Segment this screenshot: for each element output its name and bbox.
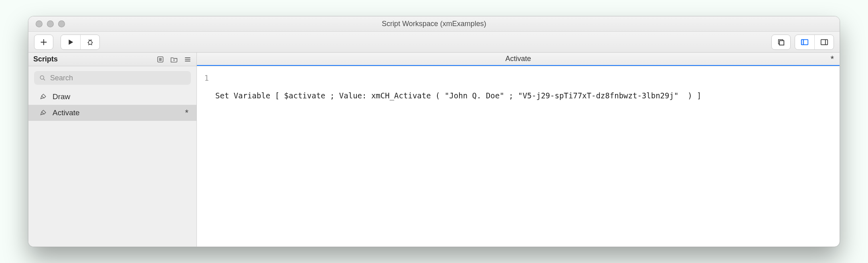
toolbar: [28, 32, 840, 53]
scripts-panel-header: Scripts: [28, 53, 197, 66]
search-input[interactable]: Search: [34, 71, 191, 85]
view-options-button[interactable]: [184, 55, 192, 63]
editor-tab-header[interactable]: Activate *: [197, 53, 840, 66]
body: Search Draw Activate *: [28, 66, 840, 247]
plus-icon: [39, 38, 48, 47]
line-number-gutter: 1: [197, 66, 213, 247]
search-placeholder: Search: [50, 74, 73, 82]
script-icon: [40, 93, 48, 101]
svg-point-0: [88, 41, 92, 44]
code-area[interactable]: Set Variable [ $activate ; Value: xmCH_A…: [213, 66, 840, 247]
right-pane-toggle[interactable]: [814, 35, 834, 49]
run-debug-button-group: [61, 35, 100, 50]
layout-toggle-group: [795, 35, 834, 50]
modified-indicator: *: [185, 108, 188, 118]
scripts-sidebar: Search Draw Activate *: [28, 66, 197, 247]
svg-rect-2: [779, 41, 784, 45]
new-folder-icon: [170, 55, 178, 63]
script-menu-management-button[interactable]: [156, 55, 164, 63]
new-folder-button[interactable]: [170, 55, 178, 63]
list-item[interactable]: Draw: [28, 89, 196, 105]
script-workspace-window: Script Workspace (xmExamples): [28, 16, 840, 247]
script-icon: [40, 109, 48, 117]
script-name: Activate: [53, 108, 80, 117]
run-script-button[interactable]: [61, 35, 80, 49]
svg-point-10: [40, 75, 44, 79]
search-icon: [39, 74, 46, 82]
modified-indicator: *: [830, 54, 834, 64]
active-script-title: Activate: [505, 55, 531, 63]
left-panel-icon: [800, 38, 809, 47]
list-item[interactable]: Activate *: [28, 105, 196, 121]
svg-rect-7: [821, 39, 828, 45]
left-pane-toggle[interactable]: [795, 35, 814, 49]
line-number: 1: [197, 73, 209, 82]
titlebar: Script Workspace (xmExamples): [28, 16, 840, 32]
script-editor[interactable]: 1 Set Variable [ $activate ; Value: xmCH…: [197, 66, 840, 247]
windows-button[interactable]: [771, 35, 791, 50]
bug-icon: [86, 38, 95, 47]
right-panel-icon: [820, 38, 829, 47]
debug-script-button[interactable]: [80, 35, 99, 49]
scripts-panel-title: Scripts: [33, 55, 58, 63]
header-strip: Scripts Activate *: [28, 53, 840, 66]
stacked-windows-icon: [777, 38, 785, 47]
window-title: Script Workspace (xmExamples): [28, 20, 840, 28]
code-line[interactable]: Set Variable [ $activate ; Value: xmCH_A…: [215, 91, 833, 100]
play-icon: [66, 38, 75, 47]
list-icon: [156, 55, 164, 63]
lines-icon: [184, 55, 192, 63]
script-name: Draw: [53, 92, 70, 101]
scripts-list: Draw Activate *: [28, 89, 196, 121]
new-script-button[interactable]: [34, 35, 53, 50]
